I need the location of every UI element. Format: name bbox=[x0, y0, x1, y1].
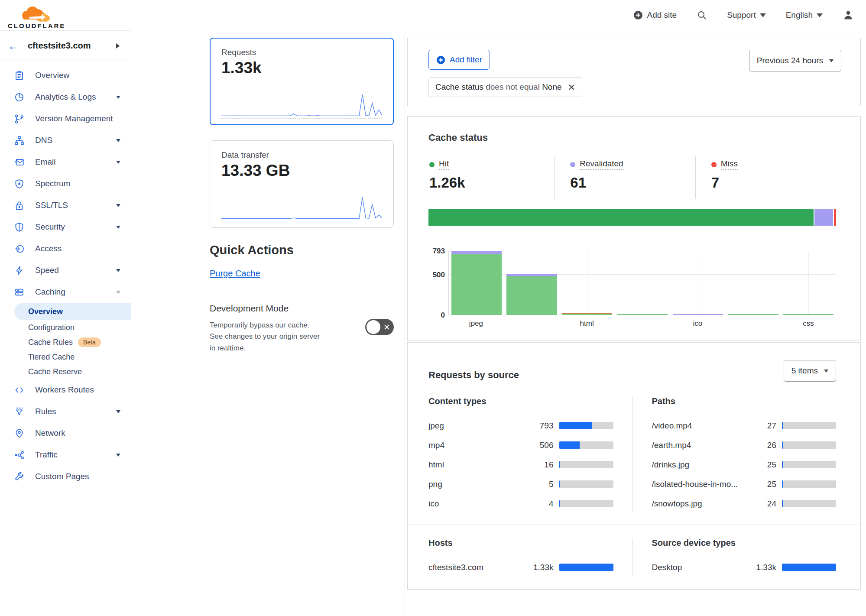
back-arrow-icon[interactable]: ← bbox=[8, 40, 19, 52]
x-tick-label bbox=[725, 319, 781, 328]
sidebar-subitem-configuration[interactable]: Configuration bbox=[0, 320, 131, 335]
time-range-dropdown[interactable]: Previous 24 hours bbox=[749, 50, 841, 71]
list-item[interactable]: mp4506 bbox=[428, 435, 613, 455]
source-device-types-column: Source device types Desktop1.33k bbox=[632, 538, 837, 577]
y-tick-label: 793 bbox=[433, 247, 445, 256]
sidebar-subitem-cache-reserve[interactable]: Cache Reserve bbox=[0, 364, 131, 379]
items-count-dropdown[interactable]: 5 items bbox=[784, 360, 836, 382]
sidebar-item-version-management[interactable]: Version Management bbox=[0, 108, 131, 130]
location-pin-icon bbox=[14, 428, 25, 438]
cache-status-stats: Hit 1.26k Revalidated 61 Miss bbox=[428, 156, 836, 199]
row-value: 4 bbox=[526, 499, 554, 509]
hit-value: 1.26k bbox=[429, 175, 554, 191]
row-progress-fill bbox=[559, 422, 592, 429]
chevron-down-icon bbox=[116, 161, 120, 166]
content-types-heading: Content types bbox=[428, 396, 613, 406]
sidebar-item-overview[interactable]: Overview bbox=[0, 65, 131, 86]
list-item[interactable]: html16 bbox=[428, 455, 613, 474]
hosts-heading: Hosts bbox=[428, 538, 613, 548]
sidebar-item-security[interactable]: Security bbox=[0, 216, 131, 238]
bar-segment bbox=[728, 314, 778, 315]
row-progress-bar bbox=[782, 441, 836, 449]
revalidated-label[interactable]: Revalidated bbox=[580, 159, 623, 170]
sidebar-item-rules[interactable]: Rules bbox=[0, 401, 131, 422]
row-progress-fill bbox=[559, 441, 580, 449]
sidebar-item-network[interactable]: Network bbox=[0, 422, 131, 444]
chevron-right-icon[interactable] bbox=[116, 43, 122, 49]
miss-label[interactable]: Miss bbox=[721, 159, 738, 170]
row-label: /snowtops.jpg bbox=[652, 499, 749, 509]
beta-badge: Beta bbox=[78, 337, 101, 347]
list-item[interactable]: /video.mp427 bbox=[652, 416, 837, 435]
data-transfer-metric-card[interactable]: Data transfer 13.33 GB bbox=[210, 140, 394, 228]
bar-unlabeled bbox=[726, 251, 781, 315]
add-site-button[interactable]: Add site bbox=[633, 10, 677, 20]
sidebar-item-ssl-tls[interactable]: SSL/TLS bbox=[0, 195, 131, 216]
row-progress-bar bbox=[559, 564, 613, 571]
list-item[interactable]: Desktop1.33k bbox=[652, 558, 837, 577]
requests-by-source-card: Requests by source 5 items Content types… bbox=[407, 342, 861, 590]
sidebar-item-spectrum[interactable]: Spectrum bbox=[0, 173, 131, 195]
development-mode-title: Development Mode bbox=[210, 303, 324, 314]
row-value: 25 bbox=[749, 480, 776, 489]
share-nodes-icon bbox=[14, 450, 25, 460]
sidebar-item-speed[interactable]: Speed bbox=[0, 259, 131, 281]
row-progress-bar bbox=[782, 564, 836, 571]
sidebar-item-caching[interactable]: Caching bbox=[0, 281, 131, 303]
x-tick-label bbox=[504, 319, 559, 328]
sidebar-item-traffic[interactable]: Traffic bbox=[0, 444, 131, 466]
list-item[interactable]: /earth.mp426 bbox=[652, 435, 837, 455]
list-item[interactable]: png5 bbox=[428, 474, 613, 494]
bar-segment bbox=[451, 251, 502, 254]
list-item[interactable]: /snowtops.jpg24 bbox=[652, 494, 837, 513]
content-types-column: Content types jpeg793mp4506html16png5ico… bbox=[428, 396, 632, 513]
add-filter-button[interactable]: Add filter bbox=[428, 50, 490, 70]
sidebar-item-workers-routes[interactable]: Workers Routes bbox=[0, 379, 131, 401]
search-icon[interactable] bbox=[697, 10, 707, 20]
list-item[interactable]: /isolated-house-in-mo...25 bbox=[652, 474, 837, 494]
development-mode-toggle[interactable]: ✕ bbox=[365, 319, 394, 335]
list-item[interactable]: ico4 bbox=[428, 494, 613, 513]
sidebar-subitem-tiered-cache[interactable]: Tiered Cache bbox=[0, 350, 131, 364]
row-value: 24 bbox=[749, 499, 776, 509]
hit-label[interactable]: Hit bbox=[439, 159, 449, 170]
sidebar-item-custom-pages[interactable]: Custom Pages bbox=[0, 466, 131, 487]
revalidated-value: 61 bbox=[570, 175, 695, 191]
sidebar-item-analytics-logs[interactable]: Analytics & Logs bbox=[0, 86, 131, 108]
hit-legend-dot bbox=[429, 162, 435, 167]
sidebar-subitem-caching-overview[interactable]: Overview bbox=[14, 303, 131, 320]
cloudflare-cloud-icon bbox=[21, 4, 53, 22]
bar-jpeg bbox=[449, 251, 504, 315]
row-progress-fill bbox=[782, 461, 783, 468]
requests-metric-card[interactable]: Requests 1.33k bbox=[210, 38, 394, 125]
sidebar-subitem-cache-rules[interactable]: Cache Rules Beta bbox=[0, 335, 131, 350]
list-item[interactable]: /drinks.jpg25 bbox=[652, 455, 837, 474]
list-item[interactable]: jpeg793 bbox=[428, 416, 613, 435]
cache-status-bar-chart: 7935000jpeghtmlicocss bbox=[428, 251, 836, 328]
support-menu[interactable]: Support bbox=[727, 10, 766, 20]
shield-icon bbox=[14, 222, 25, 232]
sidebar-item-dns[interactable]: DNS bbox=[0, 130, 131, 151]
hit-segment bbox=[428, 209, 814, 226]
user-account-icon[interactable] bbox=[843, 10, 854, 21]
hit-stat: Hit 1.26k bbox=[428, 156, 554, 199]
list-item[interactable]: cftestsite3.com1.33k bbox=[428, 558, 613, 577]
x-tick-label: html bbox=[559, 319, 615, 328]
bar-segment bbox=[451, 254, 502, 315]
purge-cache-link[interactable]: Purge Cache bbox=[210, 269, 260, 279]
source-device-types-heading: Source device types bbox=[652, 538, 837, 548]
development-mode-section: Development Mode Temporarily bypass our … bbox=[210, 303, 394, 354]
sidebar-item-email[interactable]: Email bbox=[0, 151, 131, 173]
x-tick-label: ico bbox=[670, 319, 725, 328]
logo-wordmark: CLOUDFLARE bbox=[8, 23, 65, 29]
cloudflare-logo[interactable]: CLOUDFLARE bbox=[8, 1, 65, 29]
row-value: 25 bbox=[749, 460, 776, 470]
language-menu[interactable]: English bbox=[786, 10, 823, 20]
chevron-down-icon bbox=[116, 96, 120, 101]
content-types-list: jpeg793mp4506html16png5ico4 bbox=[428, 416, 613, 513]
sidebar: ← cftestsite3.com Overview Analytics & L… bbox=[0, 30, 131, 616]
sidebar-item-access[interactable]: Access bbox=[0, 238, 131, 259]
chevron-down-icon bbox=[116, 410, 120, 415]
remove-filter-icon[interactable]: ✕ bbox=[568, 83, 576, 92]
chevron-down-icon bbox=[760, 13, 766, 20]
